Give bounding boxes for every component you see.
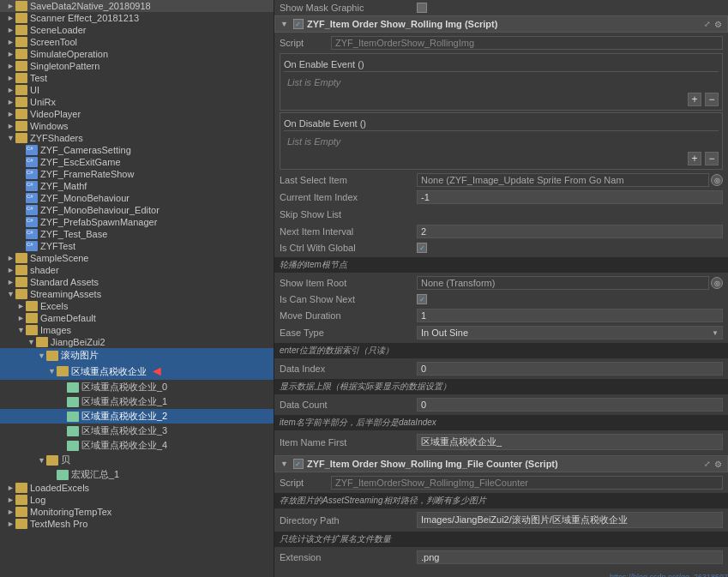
tree-item-QuYu4[interactable]: 区域重点税收企业_4 [0,438,274,453]
tree-item-Test[interactable]: Test [0,72,274,84]
tree-item-UI[interactable]: UI [0,84,274,96]
section1-collapse[interactable]: ▼ [280,20,288,28]
tree-item-ZYFShaders[interactable]: ZYFShaders [0,132,274,144]
tree-item-Log[interactable]: Log [0,494,274,506]
tree-item-ZYF_FrameRate[interactable]: ZYF_FrameRateShow [0,168,274,180]
item-name-first-value[interactable]: 区域重点税收企业_ [417,434,723,450]
tree-arrow-ScreenTool[interactable] [7,38,15,46]
data-count-value[interactable]: 0 [417,398,723,412]
tree-item-Images[interactable]: Images [0,324,274,336]
tree-item-ZYF_MonoEditor[interactable]: ZYF_MonoBehaviour_Editor [0,204,274,216]
section2-gear-icon[interactable]: ⚙ [714,460,722,469]
tree-item-UniRx[interactable]: UniRx [0,96,274,108]
tree-item-Singleton[interactable]: SingletonPattern [0,60,274,72]
ease-type-value[interactable]: In Out Sine ▼ [417,326,723,340]
tree-item-VideoPlayer[interactable]: VideoPlayer [0,108,274,120]
mask-graphic-checkbox[interactable] [417,3,427,13]
on-disable-remove-btn[interactable]: − [705,152,719,165]
tree-item-ZYF_Prefab[interactable]: ZYF_PrefabSpawnManager [0,216,274,228]
tree-item-LunDong[interactable]: 滚动图片 [0,348,274,363]
move-duration-value[interactable]: 1 [417,309,723,322]
tree-arrow-Test[interactable] [7,74,15,82]
tree-item-JiangBeiZui2[interactable]: JiangBeiZui2 [0,336,274,348]
section2-collapse[interactable]: ▼ [280,460,288,468]
on-enable-add-btn[interactable]: + [688,93,701,106]
tree-item-ZYF_Mathf[interactable]: ZYF_Mathf [0,180,274,192]
tree-item-HongLD1[interactable]: 宏观汇总_1 [0,467,274,482]
tree-arrow-Excels[interactable] [17,302,26,310]
tree-item-ScreenTool[interactable]: ScreenTool [0,36,274,48]
section1-expand-icon[interactable]: ⤢ [704,20,711,29]
tree-item-QuYu3[interactable]: 区域重点税收企业_3 [0,424,274,438]
tree-arrow-SimulateOp[interactable] [7,50,15,58]
tree-item-ZYF_Cameras[interactable]: ZYF_CamerasSetting [0,144,274,156]
show-item-root-value[interactable]: None (Transform) [417,276,709,290]
tree-arrow-TextMeshPro[interactable] [7,520,15,528]
on-enable-remove-btn[interactable]: − [705,93,719,106]
tree-arrow-UniRx[interactable] [7,98,15,106]
tree-arrow-Windows[interactable] [7,122,15,130]
section1-gear-icon[interactable]: ⚙ [714,20,722,29]
tree-item-QuYu2[interactable]: 区域重点税收企业_2 [0,409,274,424]
tree-arrow-shader[interactable] [7,266,15,274]
tree-arrow-StandardAssets[interactable] [7,278,15,286]
tree-item-SceneLoader[interactable]: SceneLoader [0,24,274,36]
tree-arrow-StreamingAssets[interactable] [7,290,15,298]
tree-arrow-SaveData[interactable] [7,2,15,10]
tree-item-shader[interactable]: shader [0,264,274,276]
last-select-item-picker[interactable]: ◎ [711,174,723,186]
tree-item-Excels[interactable]: Excels [0,300,274,312]
last-select-item-value[interactable]: None (ZYF_Image_Update Sprite From Go Na… [417,173,709,187]
on-disable-add-btn[interactable]: + [688,152,701,165]
tree-arrow-LunDong[interactable] [38,352,46,360]
tree-item-GameDefault[interactable]: GameDefault [0,312,274,324]
tree-item-LoadedExcels[interactable]: LoadedExcels [0,482,274,494]
tree-arrow-Log[interactable] [7,496,15,504]
current-item-index-value[interactable]: -1 [417,190,723,204]
tree-item-Windows[interactable]: Windows [0,120,274,132]
tree-arrow-ZYFShaders[interactable] [7,134,15,142]
tree-arrow-Singleton[interactable] [7,62,15,70]
can-show-next-checkbox[interactable] [417,294,427,304]
tree-item-MonitoringTempTex[interactable]: MonitoringTempTex [0,506,274,518]
tree-item-QuYu1[interactable]: 区域重点税收企业_1 [0,394,274,409]
tree-item-Scanner[interactable]: Scanner Effect_20181213 [0,12,274,24]
directory-path-value[interactable]: Images/JiangBeiZui2/滚动图片/区域重点税收企业 [417,512,723,528]
tree-item-ZYF_Test_Base[interactable]: ZYF_Test_Base [0,228,274,240]
tree-arrow-SampleScene[interactable] [7,254,15,262]
tree-arrow-JiangBeiZui2[interactable] [27,338,36,346]
tree-item-TextMeshPro[interactable]: TextMesh Pro [0,518,274,530]
tree-item-StandardAssets[interactable]: Standard Assets [0,276,274,288]
tree-item-ZYF_Esc[interactable]: ZYF_EscExitGame [0,156,274,168]
tree-arrow-QuYu[interactable] [48,367,57,376]
tree-arrow-VideoPlayer[interactable] [7,110,15,118]
section2-enabled[interactable] [293,459,304,469]
tree-item-BeiJi[interactable]: 贝 [0,453,274,467]
project-tree[interactable]: SaveData2Native_20180918Scanner Effect_2… [0,0,274,577]
tree-arrow-Scanner[interactable] [7,14,15,22]
tree-item-ZYFTest[interactable]: ZYFTest [0,240,274,252]
is-ctrl-global-checkbox[interactable] [417,243,427,253]
section1-enabled[interactable] [293,19,304,29]
section2-expand-icon[interactable]: ⤢ [704,460,711,469]
tree-item-SaveData[interactable]: SaveData2Native_20180918 [0,0,274,12]
tree-arrow-LoadedExcels[interactable] [7,484,15,492]
tree-arrow-GameDefault[interactable] [17,314,26,322]
tree-label-Scanner: Scanner Effect_20181213 [30,13,139,23]
tree-item-StreamingAssets[interactable]: StreamingAssets [0,288,274,300]
tree-item-SimulateOp[interactable]: SimulateOperation [0,48,274,60]
skip-show-list-value[interactable] [417,207,723,221]
data-index-value[interactable]: 0 [417,362,723,376]
tree-item-QuYu0[interactable]: 区域重点税收企业_0 [0,380,274,394]
next-interval-value[interactable]: 2 [417,225,723,238]
tree-arrow-UI[interactable] [7,86,15,94]
tree-item-QuYu[interactable]: 区域重点税收企业◄ [0,363,274,380]
tree-item-ZYF_Mono[interactable]: ZYF_MonoBehaviour [0,192,274,204]
tree-arrow-MonitoringTempTex[interactable] [7,508,15,516]
tree-arrow-Images[interactable] [17,326,26,334]
tree-arrow-SceneLoader[interactable] [7,26,15,34]
show-item-root-picker[interactable]: ◎ [711,277,723,289]
tree-item-SampleScene[interactable]: SampleScene [0,252,274,264]
tree-arrow-BeiJi[interactable] [38,456,46,465]
extension-value[interactable]: .png [417,550,723,564]
